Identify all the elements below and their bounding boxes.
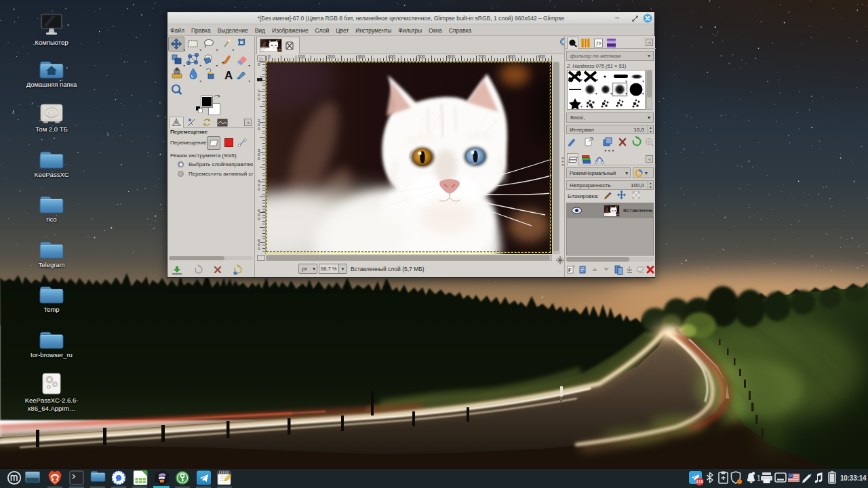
svg-text:418: 418 bbox=[696, 479, 703, 484]
svg-text:A: A bbox=[224, 69, 233, 82]
svg-text:1: 1 bbox=[757, 474, 761, 482]
svg-text:F: F bbox=[568, 267, 572, 273]
